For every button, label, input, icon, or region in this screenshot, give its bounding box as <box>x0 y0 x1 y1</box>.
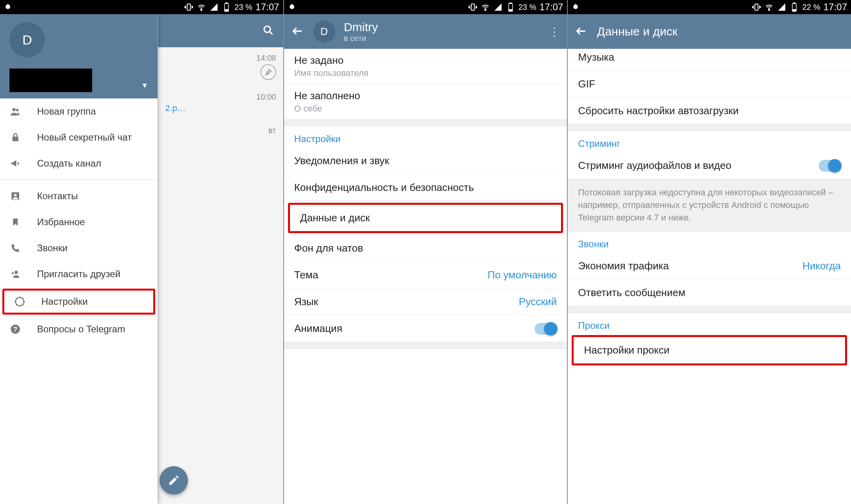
chat-row[interactable]: 14:08 <box>158 47 283 86</box>
settings-notifications[interactable]: Уведомления и звук <box>284 148 567 174</box>
battery-icon <box>790 2 799 12</box>
settings-animation[interactable]: Анимация <box>284 315 567 342</box>
status-bar: 23 % 17:07 <box>0 0 283 14</box>
screen-drawer: 23 % 17:07 D ▼ Новая группа Новый секрет… <box>0 0 283 504</box>
group-icon <box>9 106 21 117</box>
wifi-icon <box>764 2 774 12</box>
drawer-item-faq[interactable]: ? Вопросы о Telegram <box>0 316 158 342</box>
drawer-item-label: Вопросы о Telegram <box>37 324 125 335</box>
row-gif[interactable]: GIF <box>568 71 851 97</box>
battery-icon <box>506 2 515 12</box>
section-settings: Настройки <box>284 126 567 148</box>
svg-rect-6 <box>225 9 228 11</box>
vibrate-icon <box>468 2 478 12</box>
compose-fab[interactable] <box>160 466 188 495</box>
signal-icon <box>209 2 219 12</box>
svg-point-13 <box>19 300 21 303</box>
svg-point-3 <box>201 9 202 11</box>
drawer-item-label: Контакты <box>37 191 78 202</box>
svg-rect-31 <box>793 9 796 11</box>
profile-avatar[interactable]: D <box>313 20 335 43</box>
toggle-switch[interactable] <box>535 323 557 335</box>
drawer-item-label: Создать канал <box>37 158 101 169</box>
drawer-item-label: Избранное <box>37 217 85 228</box>
drawer-item-new-group[interactable]: Новая группа <box>0 98 158 124</box>
chat-row[interactable]: 10:00 2.р… <box>158 86 283 120</box>
notification-icon <box>288 3 296 11</box>
about-row[interactable]: Не заполнено О себе <box>284 84 567 119</box>
signal-icon <box>777 2 786 12</box>
svg-rect-23 <box>510 3 511 4</box>
chat-appbar <box>158 14 283 47</box>
drawer-item-calls[interactable]: Звонки <box>0 235 158 261</box>
wifi-icon <box>481 2 490 12</box>
notification-icon <box>572 3 580 11</box>
drawer-list: Новая группа Новый секретный чат Создать… <box>0 98 158 504</box>
gear-icon <box>14 296 26 308</box>
row-proxy-settings[interactable]: Настройки прокси <box>572 335 847 365</box>
svg-rect-26 <box>576 4 576 5</box>
toggle-switch[interactable] <box>819 160 841 172</box>
settings-privacy[interactable]: Конфиденциальность и безопасность <box>284 174 567 201</box>
vibrate-icon <box>752 2 761 12</box>
profile-appbar: D Dmitry в сети ⋮ <box>284 14 567 49</box>
svg-rect-20 <box>471 4 474 10</box>
signal-icon <box>493 2 503 12</box>
svg-point-18 <box>290 4 294 9</box>
svg-point-0 <box>6 4 10 9</box>
drawer-item-label: Настройки <box>41 296 88 307</box>
battery-percent: 23 % <box>518 3 537 12</box>
section-streaming: Стриминг <box>568 131 851 152</box>
clock: 17:07 <box>256 2 279 13</box>
drawer-item-label: Звонки <box>37 243 67 254</box>
profile-status: в сети <box>344 34 378 43</box>
row-reset-autodownload[interactable]: Сбросить настройки автозагрузки <box>568 98 851 124</box>
bookmark-icon <box>9 216 21 228</box>
drawer-item-saved[interactable]: Избранное <box>0 209 158 235</box>
user-avatar[interactable]: D <box>9 22 45 57</box>
settings-language[interactable]: Язык Русский <box>284 289 567 315</box>
status-bar: 23 % 17:07 <box>284 0 567 14</box>
row-reply-message[interactable]: Ответить сообщением <box>568 280 851 306</box>
row-data-saving[interactable]: Экономия трафика Никогда <box>568 253 851 279</box>
svg-point-8 <box>16 109 19 111</box>
phone-icon <box>9 242 21 254</box>
clock: 17:07 <box>823 2 847 13</box>
status-bar: 22 % 17:07 <box>568 0 851 14</box>
chevron-down-icon[interactable]: ▼ <box>141 82 148 92</box>
svg-point-11 <box>14 194 17 197</box>
svg-rect-9 <box>12 137 18 141</box>
person-icon <box>9 190 21 202</box>
megaphone-icon <box>9 158 21 169</box>
svg-rect-2 <box>187 4 190 10</box>
svg-point-28 <box>769 9 770 11</box>
row-music[interactable]: Музыка <box>568 49 851 70</box>
drawer-item-secret-chat[interactable]: Новый секретный чат <box>0 124 158 150</box>
data-storage-appbar: Данные и диск <box>568 14 851 49</box>
chat-row[interactable]: вт <box>158 120 283 141</box>
navigation-drawer: D ▼ Новая группа Новый секретный чат Со <box>0 14 158 504</box>
search-icon[interactable] <box>262 24 275 37</box>
vibrate-icon <box>184 2 193 12</box>
settings-chat-background[interactable]: Фон для чатов <box>284 235 567 261</box>
settings-theme[interactable]: Тема По умолчанию <box>284 262 567 288</box>
wifi-icon <box>197 2 206 12</box>
username-row[interactable]: Не задано Имя пользователя <box>284 49 567 84</box>
clock: 17:07 <box>539 2 563 13</box>
back-icon[interactable] <box>291 25 305 38</box>
section-calls: Звонки <box>568 232 851 253</box>
person-add-icon <box>9 268 21 280</box>
row-streaming[interactable]: Стриминг аудиофайлов и видео <box>568 152 851 179</box>
screen-settings-profile: 23 % 17:07 D Dmitry в сети ⋮ Не задано И… <box>283 0 567 504</box>
drawer-item-invite[interactable]: Пригласить друзей <box>0 261 158 287</box>
section-proxy: Прокси <box>568 313 851 334</box>
appbar-titles: Dmitry в сети <box>344 20 378 43</box>
drawer-item-channel[interactable]: Создать канал <box>0 150 158 176</box>
back-icon[interactable] <box>575 25 588 38</box>
settings-data-storage[interactable]: Данные и диск <box>288 203 563 233</box>
drawer-item-settings[interactable]: Настройки <box>2 289 155 315</box>
more-icon[interactable]: ⋮ <box>549 25 560 38</box>
drawer-item-contacts[interactable]: Контакты <box>0 183 158 209</box>
svg-rect-27 <box>755 4 758 10</box>
lock-icon <box>9 132 21 143</box>
